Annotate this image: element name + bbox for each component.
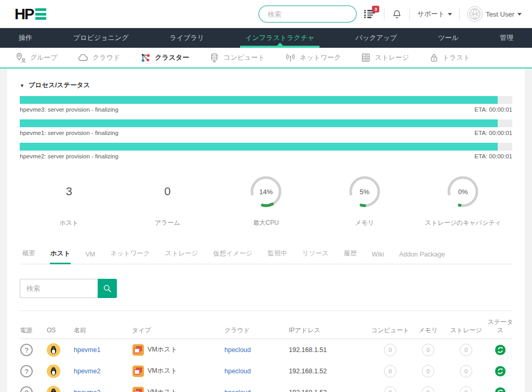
subnav-item-trust[interactable]: トラスト	[429, 53, 470, 63]
host-search-button[interactable]	[98, 279, 117, 298]
summary-stats: 3 ホスト 0 アラーム 14% 最大CPU 5% メモリ	[20, 173, 512, 227]
progress-meta: hpevme2: server provision - finalizing E…	[20, 153, 512, 159]
sync-status-icon[interactable]	[495, 366, 506, 377]
process-status-section: ▼ プロセス/ステータス hpevme3: server provision -…	[20, 81, 512, 159]
cloud-link[interactable]: hpecloud	[224, 346, 289, 354]
subnav-item-groups[interactable]: グループ	[16, 52, 58, 63]
subnav-item-compute[interactable]: コンピュート	[209, 52, 265, 63]
sync-status-icon[interactable]	[495, 344, 506, 356]
cluster-nodes-icon	[140, 52, 151, 63]
nav-item-operations[interactable]: 操作	[14, 28, 37, 48]
linux-penguin-icon	[47, 364, 74, 378]
group-pin-icon	[16, 52, 26, 63]
hosts-count: 3	[66, 185, 72, 198]
storage-gauge-value: 0%	[446, 173, 480, 210]
user-name: Test User	[486, 10, 514, 18]
divider	[459, 8, 460, 20]
storage-bays-icon	[361, 52, 371, 63]
task-eta: ETA: 00:00:01	[474, 130, 512, 136]
collapse-icon: ▼	[20, 83, 24, 88]
vm-squares-icon	[132, 386, 144, 392]
storage-count: 0	[460, 365, 472, 377]
hpe-logo-text: HP	[15, 7, 33, 22]
linux-penguin-icon	[47, 343, 74, 357]
bell-icon[interactable]	[392, 9, 402, 20]
host-name-link[interactable]: hpevme2	[74, 368, 132, 375]
global-search-input[interactable]	[259, 10, 363, 18]
compute-db-icon	[209, 52, 220, 63]
progress-bar	[20, 119, 512, 127]
tasks-list-icon[interactable]: 3	[364, 9, 377, 19]
table-row[interactable]: hpevme3 VMホスト hpecloud 192.168.1.53 0 0 …	[20, 382, 512, 392]
cloud-link[interactable]: hpecloud	[224, 368, 289, 375]
tab-monitoring[interactable]: 監視中	[267, 245, 288, 264]
tab-hosts[interactable]: ホスト	[50, 245, 71, 264]
ip-address: 192.168.1.53	[289, 389, 371, 392]
divider	[384, 8, 384, 20]
sync-status-icon[interactable]	[495, 387, 506, 392]
compute-count: 0	[384, 344, 396, 356]
support-menu[interactable]: サポート	[417, 9, 452, 19]
search-icon	[103, 284, 112, 293]
nav-item-tools[interactable]: ツール	[433, 28, 464, 48]
nav-item-admin[interactable]: 管理	[495, 28, 518, 48]
host-search	[20, 279, 512, 298]
hosts-table: 電源 OS 名前 タイプ クラウド IPアドレス コンピュート メモリ ストレー…	[20, 318, 512, 392]
hpe-logo[interactable]: HP	[15, 7, 46, 22]
subnav-item-network[interactable]: ネットワーク	[285, 52, 341, 63]
tab-network[interactable]: ネットワーク	[110, 245, 150, 264]
avatar	[467, 6, 483, 22]
stat-storage-capacity: 0% ストレージのキャパシティ	[414, 173, 512, 227]
nav-item-provisioning[interactable]: プロビジョニング	[68, 28, 134, 48]
table-row[interactable]: hpevme2 VMホスト hpecloud 192.168.1.52 0 0 …	[20, 360, 512, 382]
process-status-header[interactable]: ▼ プロセス/ステータス	[20, 81, 512, 90]
nav-item-library[interactable]: ライブラリ	[165, 28, 210, 48]
task-eta: ETA: 00:00:01	[474, 153, 512, 159]
caret-down-icon	[517, 13, 522, 16]
tab-virtual-images[interactable]: 仮想イメージ	[212, 245, 253, 264]
cloud-link[interactable]: hpecloud	[224, 389, 289, 392]
network-signal-icon	[285, 52, 296, 63]
stat-max-cpu: 14% 最大CPU	[217, 173, 315, 227]
alarms-count: 0	[164, 185, 170, 198]
tab-vm[interactable]: VM	[85, 247, 96, 264]
memory-gauge-value: 5%	[348, 173, 382, 210]
divider	[409, 8, 410, 20]
ip-address: 192.168.1.52	[289, 368, 371, 375]
power-unknown-icon[interactable]	[20, 364, 47, 378]
avatar-globe-icon	[468, 7, 482, 21]
header-actions: 3 サポート Test User	[258, 5, 522, 23]
host-search-input[interactable]	[20, 279, 98, 298]
support-label: サポート	[417, 9, 445, 19]
tab-addon-package[interactable]: Addon Package	[398, 247, 445, 264]
app-header: HP 3 サポート	[0, 0, 532, 28]
vm-squares-icon	[132, 344, 144, 356]
user-menu[interactable]: Test User	[467, 6, 522, 22]
table-row[interactable]: hpevme1 VMホスト hpecloud 192.168.1.51 0 0 …	[20, 339, 512, 360]
task-eta: ETA: 00:00:01	[474, 106, 512, 113]
tab-overview[interactable]: 概要	[22, 245, 36, 264]
memory-count: 0	[422, 365, 434, 377]
power-unknown-icon[interactable]	[20, 343, 47, 357]
trust-lock-icon	[429, 53, 439, 63]
host-type: VMホスト	[148, 367, 177, 375]
host-name-link[interactable]: hpevme1	[74, 346, 132, 354]
nav-item-infrastructure[interactable]: インフラストラクチャ	[240, 28, 320, 48]
tab-resources[interactable]: リソース	[302, 245, 329, 264]
host-name-link[interactable]: hpevme3	[74, 389, 132, 392]
nav-item-backup[interactable]: バックアップ	[350, 28, 402, 48]
progress-meta: hpevme1: server provision - finalizing E…	[20, 130, 512, 136]
main-nav: 操作 プロビジョニング ライブラリ インフラストラクチャ バックアップ ツール …	[0, 28, 532, 48]
task-label: hpevme2: server provision - finalizing	[20, 153, 118, 159]
subnav-item-clusters[interactable]: クラスター	[140, 52, 189, 63]
subnav-item-storage[interactable]: ストレージ	[361, 52, 409, 63]
tab-storage[interactable]: ストレージ	[165, 245, 199, 264]
host-type: VMホスト	[148, 345, 177, 354]
tab-history[interactable]: 履歴	[343, 245, 357, 264]
storage-count: 0	[460, 386, 472, 392]
progress-bar	[20, 96, 512, 104]
power-unknown-icon[interactable]	[20, 386, 47, 392]
memory-count: 0	[422, 344, 434, 356]
subnav-item-clouds[interactable]: クラウド	[77, 52, 120, 63]
tab-wiki[interactable]: Wiki	[371, 247, 385, 264]
